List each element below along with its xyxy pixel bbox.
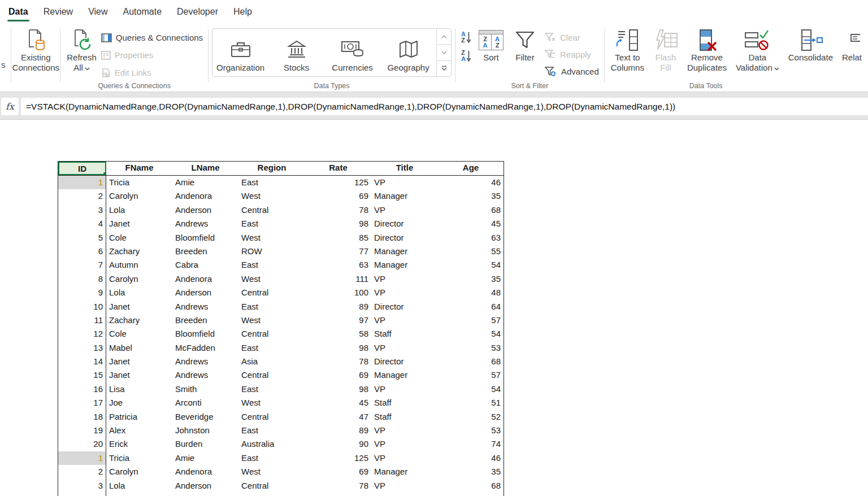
tab-automate[interactable]: Automate [122,0,163,24]
cell[interactable]: 5 [58,231,106,245]
cell[interactable]: 90 [305,437,371,451]
cell[interactable]: West [238,231,305,245]
header-cell[interactable]: LName [172,162,238,175]
cell[interactable]: 57 [438,314,504,327]
cell[interactable]: Manager [371,245,438,258]
cell[interactable]: Director [371,231,438,245]
cell[interactable]: Central [238,327,305,341]
data-type-geography[interactable]: Geography [380,29,436,76]
cell[interactable]: 111 [305,272,371,286]
data-type-currencies[interactable]: Currencies [324,29,380,76]
reapply-filter-button[interactable]: Reapply [543,49,601,60]
cell[interactable]: Andrews [172,368,238,382]
cell[interactable]: 11 [58,314,106,327]
tab-developer[interactable]: Developer [176,0,219,24]
cell[interactable]: 13 [58,341,106,355]
cell[interactable]: 57 [438,368,504,382]
cell[interactable]: 1 [58,451,106,465]
cell[interactable]: 98 [305,493,371,496]
cell[interactable]: VP [371,314,438,327]
cell[interactable]: 47 [305,410,371,424]
selected-formula-cell[interactable]: ID [58,162,106,175]
cell[interactable]: 55 [438,245,504,258]
cell[interactable]: Director [371,355,438,368]
cell[interactable]: Cabra [172,258,238,272]
cell[interactable]: 46 [438,451,504,465]
cell[interactable]: VP [371,176,438,189]
cell[interactable]: Zachary [106,314,172,327]
cell[interactable]: Staff [371,327,438,341]
cell[interactable]: Director [371,300,438,314]
cell[interactable]: Bloomfield [172,327,238,341]
cell[interactable]: 68 [438,355,504,368]
data-type-organization[interactable]: Organization [212,29,268,76]
cell[interactable]: 18 [58,410,106,424]
existing-connections-button[interactable]: Existing Connections [10,26,62,74]
relationships-button-cutoff[interactable]: Relat [839,26,865,64]
cell[interactable]: Amie [172,176,238,189]
cell[interactable]: 53 [438,341,504,355]
cell[interactable]: Manager [371,465,438,478]
cell[interactable]: Beveridge [172,410,238,424]
cell[interactable]: 7 [58,258,106,272]
cell[interactable]: Breeden [172,245,238,258]
cell[interactable]: Andrews [172,217,238,230]
cell[interactable]: 45 [438,217,504,230]
sort-button[interactable]: ZA AZ Sort [476,26,506,64]
cell[interactable]: East [238,217,305,230]
cell[interactable]: 125 [305,176,371,189]
cell[interactable]: Lola [106,286,172,299]
flash-fill-button[interactable]: Flash Fill [650,26,681,74]
clear-filter-button[interactable]: Clear [543,32,601,43]
cell[interactable]: 69 [305,189,371,203]
cell[interactable]: 68 [438,203,504,217]
cell[interactable]: Patricia [106,410,172,424]
cell[interactable]: VP [371,203,438,217]
cell[interactable]: Janet [106,300,172,314]
cell[interactable]: 100 [305,286,371,299]
cell[interactable]: 48 [438,286,504,299]
cell[interactable]: Cole [106,327,172,341]
cell[interactable]: 52 [438,410,504,424]
cell[interactable]: ROW [238,245,305,258]
cell[interactable]: Janet [106,368,172,382]
cell[interactable]: Lisa [106,382,172,396]
cell[interactable]: 69 [305,368,371,382]
cell[interactable]: Janet [106,355,172,368]
cell[interactable]: 63 [305,258,371,272]
gallery-scroll-down-button[interactable] [437,45,451,60]
cell[interactable]: West [238,272,305,286]
cell[interactable]: 2 [58,465,106,478]
cell[interactable]: Mabel [106,341,172,355]
header-cell[interactable]: Rate [305,162,371,175]
cell[interactable]: East [238,341,305,355]
cell[interactable]: East [238,451,305,465]
cell[interactable]: 20 [58,437,106,451]
header-cell[interactable]: FName [106,162,172,175]
cell[interactable]: 64 [438,300,504,314]
cell[interactable]: Asia [238,355,305,368]
cell[interactable]: 78 [305,479,371,493]
sort-descending-button[interactable]: ZA [460,49,472,63]
cell[interactable]: 15 [58,368,106,382]
cell[interactable]: Central [238,203,305,217]
cell[interactable]: 19 [58,424,106,437]
remove-duplicates-button[interactable]: Remove Duplicates [684,26,730,74]
cell[interactable]: Cole [106,231,172,245]
gallery-more-button[interactable] [437,61,451,76]
cell[interactable]: VP [371,437,438,451]
cell[interactable]: 98 [305,341,371,355]
cell[interactable]: Janet [106,493,172,496]
cell[interactable]: Manager [371,258,438,272]
cell[interactable]: 58 [305,327,371,341]
cell[interactable]: Andrews [172,300,238,314]
cell[interactable]: 8 [58,272,106,286]
cell[interactable]: Manager [371,189,438,203]
cell[interactable]: 78 [305,355,371,368]
cell[interactable]: 3 [58,203,106,217]
cell[interactable]: 6 [58,245,106,258]
cell[interactable]: 46 [438,176,504,189]
cell[interactable]: 63 [438,231,504,245]
refresh-all-button[interactable]: Refresh All [64,26,99,74]
cell[interactable]: Breeden [172,314,238,327]
